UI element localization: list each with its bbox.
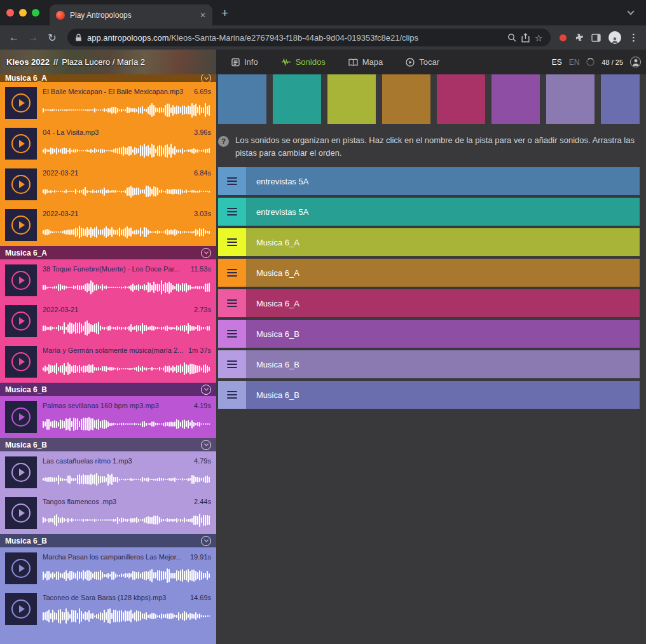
tab-favicon-icon — [56, 11, 65, 20]
profile-avatar[interactable] — [608, 31, 621, 44]
drag-handle-icon — [227, 272, 237, 273]
play-triangle-icon — [19, 99, 25, 107]
clip-play-button[interactable] — [5, 305, 37, 337]
clip-play-button[interactable] — [5, 552, 37, 584]
clip-row[interactable]: Taconeo de Sara Baras (128 kbps).mp314.6… — [5, 593, 211, 625]
section-header[interactable]: Musica 6_B — [0, 534, 216, 547]
browser-tab[interactable]: Play Antropoloops ✕ — [50, 4, 212, 25]
clip-play-button[interactable] — [5, 593, 37, 625]
clip-row[interactable]: 38 Toque Funebre(Muerte) - Los Doce Par.… — [5, 264, 211, 296]
clip-play-button[interactable] — [5, 264, 37, 296]
track-color-swatch[interactable] — [218, 74, 266, 124]
clip-row[interactable]: 2022-03-213.03s — [5, 209, 211, 241]
track-row[interactable]: Musica 6_B — [218, 320, 640, 348]
section-expand-icon[interactable] — [201, 536, 211, 546]
account-icon[interactable] — [630, 57, 641, 67]
tab-search-chevron-icon[interactable] — [627, 8, 634, 15]
url-domain: app.antropoloops.com — [87, 33, 169, 43]
track-drag-handle[interactable] — [218, 259, 246, 287]
clip-info: 2022-03-213.03s — [43, 209, 211, 241]
breadcrumb[interactable]: Kleos 2022 // Plaza Lucero / María 2 — [0, 50, 216, 74]
track-row[interactable]: entrevistas 5A — [218, 167, 640, 195]
track-row[interactable]: Musica 6_A — [218, 228, 640, 256]
clip-play-button[interactable] — [5, 87, 37, 119]
breadcrumb-path[interactable]: Plaza Lucero / María 2 — [62, 57, 145, 67]
track-color-swatch[interactable] — [601, 74, 640, 124]
track-drag-handle[interactable] — [218, 167, 246, 195]
clip-play-button[interactable] — [5, 168, 37, 200]
clip-play-button[interactable] — [5, 346, 37, 378]
bookmark-star-icon[interactable]: ☆ — [535, 33, 543, 43]
track-drag-handle[interactable] — [218, 198, 246, 226]
reload-button[interactable]: ↻ — [43, 29, 61, 46]
recording-extension-icon[interactable] — [560, 34, 567, 41]
clip-play-button[interactable] — [5, 401, 37, 433]
section-expand-icon[interactable] — [201, 385, 211, 395]
tab-info[interactable]: Info — [231, 57, 258, 67]
share-icon[interactable] — [521, 33, 530, 43]
clip-row[interactable]: 04 - La Visita.mp33.96s — [5, 128, 211, 160]
track-row[interactable]: Musica 6_B — [218, 381, 640, 409]
track-drag-handle[interactable] — [218, 350, 246, 378]
clip-play-button[interactable] — [5, 209, 37, 241]
track-drag-handle[interactable] — [218, 228, 246, 256]
section-header[interactable]: Musica 6_A — [0, 246, 216, 259]
track-drag-handle[interactable] — [218, 289, 246, 317]
browser-menu-icon[interactable]: ⋮ — [629, 32, 638, 43]
clip-row[interactable]: María y Germán solamente música(maría 2.… — [5, 346, 211, 378]
section-header[interactable]: Musica 6_B — [0, 438, 216, 451]
tab-sonidos[interactable]: Sonidos — [281, 57, 326, 67]
clip-info: 2022-03-212.73s — [43, 305, 211, 337]
clip-row[interactable]: Palmas sevillanas 160 bpm mp3.mp34.19s — [5, 401, 211, 433]
track-color-swatch[interactable] — [546, 74, 594, 124]
clip-row[interactable]: Tangos flamencos .mp32.44s — [5, 497, 211, 529]
clip-duration: 6.84s — [194, 169, 211, 177]
url-bar[interactable]: app.antropoloops.com/Kleos-Santa-Marina/… — [67, 29, 551, 46]
lang-en-button[interactable]: EN — [569, 58, 580, 67]
clip-info: Palmas sevillanas 160 bpm mp3.mp34.19s — [43, 401, 211, 433]
track-row[interactable]: entrevistas 5A — [218, 198, 640, 226]
play-icon — [11, 352, 31, 371]
side-panel-icon[interactable] — [591, 34, 601, 42]
clip-row[interactable]: 2022-03-216.84s — [5, 168, 211, 200]
lang-es-button[interactable]: ES — [552, 58, 562, 67]
back-button[interactable]: ← — [5, 29, 23, 46]
section-header[interactable]: Musica 6_A — [0, 74, 216, 82]
clip-info: Las castañuelas ritmo 1.mp34.79s — [43, 456, 211, 488]
breadcrumb-project[interactable]: Kleos 2022 — [6, 57, 50, 67]
clip-row[interactable]: Marcha Pasan los campanilleros Las Mejor… — [5, 552, 211, 584]
window-zoom-button[interactable] — [32, 9, 39, 17]
track-color-swatch[interactable] — [327, 74, 376, 124]
track-color-swatch[interactable] — [273, 74, 321, 124]
track-row[interactable]: Musica 6_A — [218, 289, 640, 317]
track-color-swatch[interactable] — [437, 74, 485, 124]
track-drag-handle[interactable] — [218, 381, 246, 409]
section-expand-icon[interactable] — [201, 248, 211, 258]
track-color-swatch[interactable] — [382, 74, 430, 124]
section-header[interactable]: Musica 6_B — [0, 383, 216, 396]
section-expand-icon[interactable] — [201, 440, 211, 450]
window-close-button[interactable] — [6, 9, 14, 17]
track-row[interactable]: Musica 6_A — [218, 259, 640, 287]
clip-play-button[interactable] — [5, 497, 37, 529]
browser-toolbar: ← → ↻ app.antropoloops.com/Kleos-Santa-M… — [0, 25, 646, 50]
clip-play-button[interactable] — [5, 128, 37, 160]
forward-button[interactable]: → — [24, 29, 42, 46]
track-drag-handle[interactable] — [218, 320, 246, 348]
play-icon — [11, 463, 31, 482]
clip-row[interactable]: El Baile Mexicapan - El Baile Mexicapan.… — [5, 87, 211, 119]
clip-row[interactable]: 2022-03-212.73s — [5, 305, 211, 337]
track-color-swatch[interactable] — [491, 74, 540, 124]
new-tab-button[interactable]: + — [221, 7, 228, 19]
tab-tocar[interactable]: Tocar — [406, 57, 439, 67]
tab-close-icon[interactable]: ✕ — [200, 11, 206, 20]
extensions-puzzle-icon[interactable] — [574, 33, 584, 43]
clip-name: María y Germán solamente música(maría 2.… — [43, 346, 183, 355]
section-expand-icon[interactable] — [201, 74, 211, 82]
tab-mapa[interactable]: Mapa — [348, 57, 383, 67]
track-row[interactable]: Musica 6_B — [218, 350, 640, 378]
zoom-search-icon[interactable] — [507, 33, 516, 42]
window-minimize-button[interactable] — [19, 9, 27, 17]
clip-play-button[interactable] — [5, 456, 37, 488]
clip-row[interactable]: Las castañuelas ritmo 1.mp34.79s — [5, 456, 211, 488]
